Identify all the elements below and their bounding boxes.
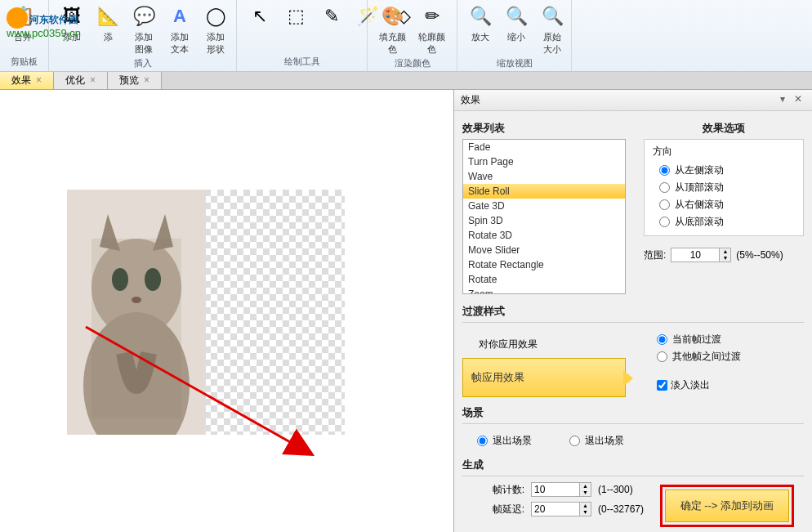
radio-label: 当前帧过渡 [672, 333, 721, 346]
close-icon[interactable]: × [144, 74, 149, 86]
range-hint: (5%--50%) [736, 249, 783, 261]
scene-title: 场景 [462, 405, 804, 420]
scene-radio-exit2[interactable] [569, 436, 580, 446]
apply-effect-button[interactable]: 帧应用效果 [462, 358, 626, 397]
speech-icon: 💬 [131, 3, 157, 29]
transition-title: 过渡样式 [462, 304, 804, 319]
tab-effects[interactable]: 效果× [0, 72, 54, 89]
direction-radio-left[interactable] [659, 165, 670, 176]
zoom-in-icon: 🔍 [467, 3, 493, 29]
outline-icon: ✏ [419, 3, 445, 29]
pencil-icon: ✎ [319, 3, 345, 29]
direction-radio-bottom[interactable] [659, 217, 670, 227]
radio-label: 从右侧滚动 [675, 198, 724, 212]
effect-item[interactable]: Rotate 3D [463, 228, 625, 243]
ribbon-outline-color[interactable]: ✏轮廓颜色 [414, 2, 451, 57]
confirm-add-button[interactable]: 确定 --> 添加到动画 [665, 490, 789, 522]
radio-label: 退出场景 [493, 434, 532, 448]
effect-item[interactable]: Zoom [463, 287, 625, 294]
close-icon[interactable]: × [36, 74, 42, 86]
ribbon-add-image[interactable]: 🖼添加 [56, 2, 88, 45]
cursor-icon: ↖ [247, 3, 273, 29]
panel-controls[interactable]: ▾ ✕ [780, 93, 805, 107]
ribbon-pencil[interactable]: ✎ [315, 2, 348, 31]
effect-item[interactable]: Gate 3D [463, 199, 625, 213]
effects-list-title: 效果列表 [462, 121, 634, 136]
fill-icon: 🎨 [379, 3, 405, 29]
direction-radio-top[interactable] [659, 182, 670, 193]
panel-title: 效果 [461, 93, 480, 107]
image-icon: 🖼 [59, 3, 85, 29]
effects-panel: 效果 ▾ ✕ 效果列表 FadeTurn PageWaveSlide RollG… [454, 90, 812, 532]
frame-count-hint: (1--300) [598, 484, 633, 495]
tab-optimize[interactable]: 优化× [54, 72, 108, 89]
clipboard-icon: 📋 [10, 3, 36, 29]
radio-label: 退出场景 [585, 434, 624, 448]
frame-delay-hint: (0--32767) [598, 503, 644, 515]
transition-radio-other[interactable] [657, 351, 667, 362]
direction-label: 方向 [653, 145, 795, 159]
spin-down-icon[interactable]: ▼ [580, 490, 591, 496]
confirm-highlight-box: 确定 --> 添加到动画 [660, 485, 794, 527]
close-icon[interactable]: × [90, 74, 96, 86]
ribbon-zoom-in[interactable]: 🔍放大 [464, 2, 497, 45]
frame-count-input[interactable] [531, 482, 580, 497]
ribbon-add-text[interactable]: A添加文本 [163, 2, 196, 57]
ribbon-add-bubble[interactable]: 💬添加图像 [127, 2, 160, 57]
effect-item[interactable]: Fade [463, 140, 625, 154]
text-icon: A [167, 3, 193, 29]
svg-rect-8 [91, 239, 181, 418]
direction-radio-right[interactable] [659, 199, 670, 210]
ribbon-group-label: 缩放视图 [464, 57, 564, 71]
effect-item[interactable]: Rotate Rectangle [463, 257, 625, 272]
effect-item[interactable]: Move Slider [463, 243, 625, 257]
effect-item[interactable]: Slide Roll [463, 184, 625, 199]
effect-item[interactable]: Rotate [463, 272, 625, 287]
ribbon-add-shape[interactable]: ◯添加形状 [199, 2, 232, 57]
transition-radio-current[interactable] [657, 334, 667, 345]
ribbon-zoom-out[interactable]: 🔍缩小 [500, 2, 533, 45]
zoom-icon: 🔍 [539, 3, 565, 29]
ribbon-group-label: 剪贴板 [7, 56, 42, 69]
spin-down-icon[interactable]: ▼ [720, 255, 730, 262]
rect-select-icon: ⬚ [283, 3, 309, 29]
ribbon-merge[interactable]: 📋 合并 [7, 2, 39, 45]
spin-up-icon[interactable]: ▲ [720, 248, 730, 255]
document-tabs: 效果× 优化× 预览× [0, 72, 812, 90]
zoom-out-icon: 🔍 [503, 3, 529, 29]
spin-down-icon[interactable]: ▼ [580, 509, 591, 516]
apply-label: 对你应用效果 [462, 331, 634, 358]
tab-preview[interactable]: 预览× [108, 72, 162, 89]
effect-item[interactable]: Turn Page [463, 154, 625, 169]
spin-up-icon[interactable]: ▲ [580, 483, 591, 490]
effect-item[interactable]: Wave [463, 169, 625, 184]
radio-label: 从左侧滚动 [675, 163, 724, 177]
ribbon-select-rect[interactable]: ⬚ [279, 2, 312, 31]
ribbon-fill-color[interactable]: 🎨填充颜色 [374, 2, 411, 57]
spin-up-icon[interactable]: ▲ [580, 503, 591, 509]
options-title: 效果选项 [644, 121, 804, 136]
ribbon-toolbar: 📋 合并 剪贴板 🖼添加 📐添 💬添加图像 A添加文本 ◯添加形状 插入 ↖ ⬚… [0, 0, 812, 72]
radio-label: 从顶部滚动 [675, 181, 724, 194]
frame-delay-input[interactable] [531, 502, 580, 516]
generate-title: 生成 [462, 458, 804, 472]
radio-label: 其他帧之间过渡 [672, 350, 741, 364]
shape-icon: 📐 [95, 3, 121, 29]
scene-radio-exit1[interactable] [477, 436, 488, 446]
circle-icon: ◯ [203, 3, 229, 29]
ribbon-zoom-reset[interactable]: 🔍原始大小 [536, 2, 569, 57]
effects-list[interactable]: FadeTurn PageWaveSlide RollGate 3DSpin 3… [462, 139, 626, 294]
ribbon-group-label: 插入 [56, 57, 230, 71]
ribbon-select[interactable]: ↖ [243, 2, 276, 31]
frame-delay-label: 帧延迟: [479, 503, 524, 516]
ribbon-add-shape-tool[interactable]: 📐添 [91, 2, 124, 45]
checkbox-label: 淡入淡出 [671, 378, 710, 392]
canvas-image [67, 190, 206, 435]
fade-checkbox[interactable] [657, 380, 667, 391]
effect-item[interactable]: Spin 3D [463, 213, 625, 228]
range-label: 范围: [644, 248, 666, 262]
radio-label: 从底部滚动 [675, 215, 724, 229]
canvas-area[interactable] [0, 90, 454, 532]
ribbon-group-label: 绘制工具 [243, 56, 360, 69]
range-input[interactable] [671, 248, 720, 262]
